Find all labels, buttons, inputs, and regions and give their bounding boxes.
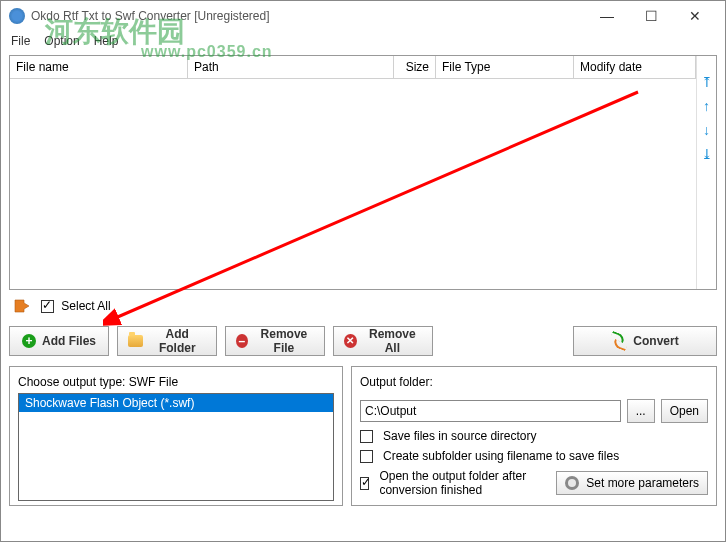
convert-icon bbox=[611, 333, 627, 349]
col-modifydate[interactable]: Modify date bbox=[574, 56, 696, 78]
folder-icon bbox=[128, 335, 143, 347]
select-all-checkbox[interactable] bbox=[41, 300, 54, 313]
move-bottom-icon[interactable]: ⤓ bbox=[701, 146, 713, 162]
open-after-checkbox[interactable] bbox=[360, 477, 369, 490]
remove-selected-icon[interactable] bbox=[11, 296, 33, 316]
select-all-checkbox-wrap[interactable]: Select All bbox=[41, 299, 111, 313]
minus-icon: – bbox=[236, 334, 248, 348]
window-controls: — ☐ ✕ bbox=[585, 2, 717, 30]
remove-all-button[interactable]: ✕ Remove All bbox=[333, 326, 433, 356]
col-size[interactable]: Size bbox=[394, 56, 436, 78]
move-down-icon[interactable]: ↓ bbox=[703, 122, 710, 138]
move-up-icon[interactable]: ↑ bbox=[703, 98, 710, 114]
select-all-label: Select All bbox=[61, 299, 110, 313]
output-type-panel: Choose output type: SWF File Shockwave F… bbox=[9, 366, 343, 506]
remove-file-button[interactable]: – Remove File bbox=[225, 326, 325, 356]
output-folder-label: Output folder: bbox=[360, 375, 708, 389]
menu-help[interactable]: Help bbox=[94, 34, 119, 48]
open-after-option[interactable]: Open the output folder after conversion … bbox=[360, 469, 550, 497]
add-files-button[interactable]: + Add Files bbox=[9, 326, 109, 356]
col-filetype[interactable]: File Type bbox=[436, 56, 574, 78]
save-source-option[interactable]: Save files in source directory bbox=[360, 429, 708, 443]
window-title: Okdo Rtf Txt to Swf Converter [Unregiste… bbox=[31, 9, 585, 23]
menubar: File Option Help bbox=[1, 31, 725, 51]
move-top-icon[interactable]: ⤒ bbox=[701, 74, 713, 90]
convert-button[interactable]: Convert bbox=[573, 326, 717, 356]
minimize-button[interactable]: — bbox=[585, 2, 629, 30]
file-table: File name Path Size File Type Modify dat… bbox=[9, 55, 717, 290]
col-filename[interactable]: File name bbox=[10, 56, 188, 78]
output-type-item[interactable]: Shockwave Flash Object (*.swf) bbox=[19, 394, 333, 412]
set-more-parameters-button[interactable]: Set more parameters bbox=[556, 471, 708, 495]
maximize-button[interactable]: ☐ bbox=[629, 2, 673, 30]
x-icon: ✕ bbox=[344, 334, 357, 348]
gear-icon bbox=[565, 476, 579, 490]
open-folder-button[interactable]: Open bbox=[661, 399, 708, 423]
browse-button[interactable]: ... bbox=[627, 399, 655, 423]
output-folder-panel: Output folder: ... Open Save files in so… bbox=[351, 366, 717, 506]
output-folder-input[interactable] bbox=[360, 400, 621, 422]
table-header: File name Path Size File Type Modify dat… bbox=[10, 56, 696, 79]
table-body[interactable] bbox=[10, 79, 696, 289]
output-type-listbox[interactable]: Shockwave Flash Object (*.swf) bbox=[18, 393, 334, 501]
create-subfolder-checkbox[interactable] bbox=[360, 450, 373, 463]
plus-icon: + bbox=[22, 334, 36, 348]
titlebar: Okdo Rtf Txt to Swf Converter [Unregiste… bbox=[1, 1, 725, 31]
output-type-label: Choose output type: SWF File bbox=[18, 375, 334, 389]
close-button[interactable]: ✕ bbox=[673, 2, 717, 30]
col-path[interactable]: Path bbox=[188, 56, 394, 78]
save-source-checkbox[interactable] bbox=[360, 430, 373, 443]
add-folder-button[interactable]: Add Folder bbox=[117, 326, 217, 356]
menu-file[interactable]: File bbox=[11, 34, 30, 48]
create-subfolder-option[interactable]: Create subfolder using filename to save … bbox=[360, 449, 708, 463]
reorder-arrows: ⤒ ↑ ↓ ⤓ bbox=[696, 56, 716, 289]
app-icon bbox=[9, 8, 25, 24]
menu-option[interactable]: Option bbox=[44, 34, 79, 48]
